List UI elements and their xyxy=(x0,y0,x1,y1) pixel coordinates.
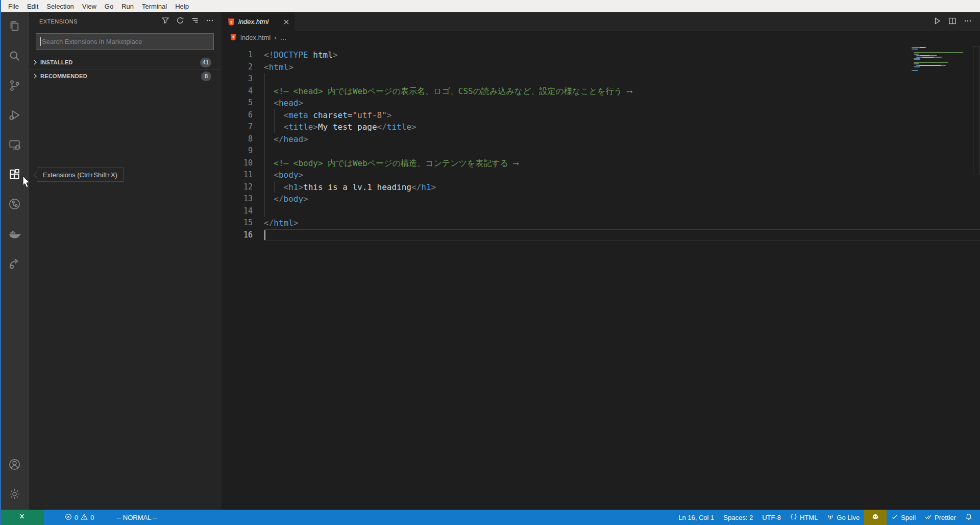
line-content: <h1>this is a lv.1 heading</h1> xyxy=(264,181,980,194)
minimap-line xyxy=(914,62,972,63)
chevron-right-icon: › xyxy=(274,34,276,41)
section-count-badge: 8 xyxy=(201,71,211,81)
section-installed[interactable]: INSTALLED41 xyxy=(29,56,222,69)
editor-actions xyxy=(933,12,980,31)
status-indentation[interactable]: Spaces: 2 xyxy=(719,510,757,525)
minimap[interactable] xyxy=(912,47,972,73)
editor-action-run[interactable] xyxy=(933,17,941,27)
status-language-mode[interactable]: HTML xyxy=(786,510,822,525)
copilot-icon xyxy=(872,513,879,522)
activity-item-settings[interactable] xyxy=(0,480,29,510)
debug-icon xyxy=(8,108,21,124)
tab-index-html[interactable]: 5 index.html xyxy=(222,12,295,31)
text-cursor xyxy=(264,230,265,240)
sidebar-sections: INSTALLED41RECOMMENDED8 xyxy=(29,56,222,83)
check-icon xyxy=(891,513,898,522)
sidebar-action-clear[interactable] xyxy=(190,16,200,27)
status-vim-mode[interactable]: -- NORMAL -- xyxy=(112,510,162,525)
section-label: RECOMMENDED xyxy=(40,73,201,79)
line-number: 13 xyxy=(222,193,264,205)
sidebar-action-filter[interactable] xyxy=(160,16,170,27)
html5-icon: 5 xyxy=(230,34,237,41)
minimap-line xyxy=(912,68,972,69)
minimap-line xyxy=(916,55,972,56)
line-content xyxy=(264,145,980,157)
section-label: INSTALLED xyxy=(40,59,200,65)
minimap-line xyxy=(912,47,972,48)
docker-icon xyxy=(8,227,21,243)
indent-guide-icon xyxy=(264,133,265,146)
status-bar: 00-- NORMAL -- Ln 16, Col 1Spaces: 2UTF-… xyxy=(0,510,980,525)
sidebar-action-refresh[interactable] xyxy=(175,16,185,27)
activity-item-explorer[interactable] xyxy=(0,12,29,42)
activity-item-source-control[interactable] xyxy=(0,71,29,101)
indent-guide-icon xyxy=(264,193,265,205)
chevron-right-icon xyxy=(31,58,39,66)
indent-guide-icon xyxy=(264,205,265,218)
code-line-14: 14 xyxy=(222,205,980,218)
svg-text:5: 5 xyxy=(230,19,232,24)
status-spell[interactable]: Spell xyxy=(887,510,920,525)
activity-item-remote-explorer[interactable] xyxy=(0,131,29,160)
editor-action-split-editor[interactable] xyxy=(948,17,957,27)
menu-item-run[interactable]: Run xyxy=(117,1,138,12)
remote-indicator[interactable] xyxy=(0,510,44,525)
tooltip-text: Extensions (Ctrl+Shift+X) xyxy=(43,171,117,179)
line-number: 14 xyxy=(222,205,264,218)
menu-item-view[interactable]: View xyxy=(78,1,101,12)
svg-text:5: 5 xyxy=(232,35,234,39)
sidebar-action-more[interactable] xyxy=(205,16,215,27)
section-recommended[interactable]: RECOMMENDED8 xyxy=(29,69,222,83)
breadcrumb-symbol[interactable]: … xyxy=(280,34,287,41)
code-lines: 1<!DOCTYPE html>2<html>34 <!— <head> 内では… xyxy=(222,49,980,241)
activity-bar-top xyxy=(0,12,29,279)
code-line-4: 4 <!— <head> 内ではWebページの表示名、ロゴ、CSSの読み込みなど… xyxy=(222,85,980,98)
tab-label: index.html xyxy=(238,18,279,26)
menu-item-file[interactable]: File xyxy=(4,1,23,12)
html5-icon: 5 xyxy=(227,18,235,26)
menu-item-help[interactable]: Help xyxy=(171,1,193,12)
status-problems[interactable]: 00 xyxy=(60,510,99,525)
broadcast-icon xyxy=(827,513,834,522)
indent-guide-icon xyxy=(264,97,265,109)
editor-action-more[interactable] xyxy=(964,17,972,27)
code-line-15: 15</html> xyxy=(222,217,980,229)
indent-guide-icon xyxy=(264,145,265,157)
line-content: <body> xyxy=(264,169,980,181)
status-notifications[interactable] xyxy=(961,510,977,525)
activity-item-live-share[interactable] xyxy=(0,249,29,279)
status-encoding[interactable]: UTF-8 xyxy=(757,510,786,525)
status-go-live[interactable]: Go Live xyxy=(822,510,864,525)
activity-item-git-graph[interactable] xyxy=(0,190,29,220)
line-number: 6 xyxy=(222,109,264,122)
breadcrumb[interactable]: 5 index.html › … xyxy=(222,31,980,43)
activity-item-search[interactable] xyxy=(0,42,29,71)
menu-item-edit[interactable]: Edit xyxy=(23,1,42,12)
status-bar-right: Ln 16, Col 1Spaces: 2UTF-8HTMLGo LiveSpe… xyxy=(674,510,980,525)
status-prettier[interactable]: Prettier xyxy=(920,510,961,525)
line-content: <title>My test page</title> xyxy=(264,121,980,133)
close-icon[interactable] xyxy=(282,18,290,26)
breadcrumb-file[interactable]: index.html xyxy=(240,34,271,41)
activity-item-docker[interactable] xyxy=(0,220,29,249)
activity-bar xyxy=(0,12,29,510)
line-number: 8 xyxy=(222,133,264,146)
line-content: </html> xyxy=(264,217,980,229)
search-input[interactable]: Search Extensions in Marketplace xyxy=(36,33,214,50)
status-cursor-position[interactable]: Ln 16, Col 1 xyxy=(674,510,719,525)
menu-item-go[interactable]: Go xyxy=(101,1,117,12)
activity-item-accounts[interactable] xyxy=(0,450,29,480)
menu-item-selection[interactable]: Selection xyxy=(42,1,78,12)
code-line-13: 13 </body> xyxy=(222,193,980,205)
minimap-line xyxy=(914,52,972,53)
scrollbar[interactable] xyxy=(973,46,979,175)
indent-guide-icon xyxy=(274,121,275,133)
activity-item-extensions[interactable] xyxy=(0,160,29,190)
minimap-line xyxy=(914,58,972,59)
activity-item-run-debug[interactable] xyxy=(0,101,29,131)
menu-item-terminal[interactable]: Terminal xyxy=(138,1,171,12)
code-editor[interactable]: 1<!DOCTYPE html>2<html>34 <!— <head> 内では… xyxy=(222,43,980,510)
line-number: 12 xyxy=(222,181,264,194)
line-content: <!DOCTYPE html> xyxy=(264,49,980,61)
status-copilot[interactable] xyxy=(864,510,887,525)
